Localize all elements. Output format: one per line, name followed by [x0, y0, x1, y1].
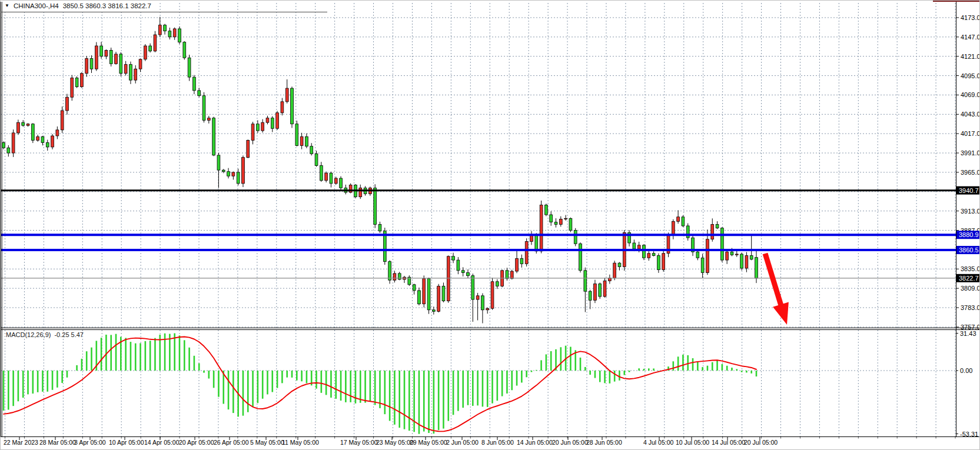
candle-body-bull [154, 35, 157, 51]
candle-body-bull [603, 281, 606, 296]
candle-body-bear [452, 256, 455, 260]
candle-body-bull [559, 219, 562, 225]
price-tick-label: 3835.0 [961, 265, 980, 272]
price-tick-label: 3809.0 [961, 285, 980, 292]
candle-body-bear [310, 146, 313, 154]
candle-body-bear [481, 296, 484, 310]
candle-body-bear [682, 217, 685, 226]
time-tick-label: 3 Apr 05:00 [74, 439, 106, 446]
candle-body-bear [198, 91, 201, 96]
candle-body-bear [295, 124, 298, 146]
top-edge-strip [933, 1, 979, 2]
time-tick-label: 4 Jul 05:00 [643, 439, 674, 446]
candle-body-bear [41, 136, 44, 142]
candle-body-bull [393, 274, 396, 280]
price-tick-label: 3913.0 [961, 208, 980, 215]
chart-title: ▼ CHINA300-,H4 3850.5 3860.3 3816.1 3822… [4, 2, 155, 10]
candle-body-bear [696, 252, 699, 258]
candle-body-bear [574, 231, 577, 244]
candle-body-bull [300, 136, 303, 145]
time-tick-label: 14 Apr 05:00 [144, 439, 180, 446]
price-tick-label: 4069.0 [961, 91, 980, 98]
candle-body-bear [222, 170, 225, 172]
candle-body-bear [388, 262, 391, 281]
time-tick-label: 10 Jul 05:00 [676, 439, 709, 446]
macd-indicator-label: MACD(12,26,9) -0.25 5.47 [6, 331, 84, 338]
candle-body-bull [124, 65, 127, 74]
candle-body-bull [672, 221, 675, 235]
time-tick-label: 14 Jun 05:00 [517, 439, 553, 446]
symbol-dropdown-icon[interactable]: ▼ [5, 4, 9, 8]
candle-body-bull [261, 122, 264, 131]
candle-body-bull [134, 69, 137, 80]
candle-body-bull [516, 259, 519, 271]
time-tick-label: 28 Mar 05:00 [39, 439, 76, 446]
candle-body-bear [149, 46, 152, 51]
candle-body-bull [677, 217, 680, 222]
candle-body-bear [589, 291, 592, 300]
candle-body-bull [144, 46, 147, 59]
candle-body-bull [285, 88, 288, 102]
candle-body-bull [95, 46, 98, 69]
candle-body-bear [7, 148, 10, 153]
candle-body-bear [432, 310, 435, 312]
candle-body-bear [315, 154, 318, 165]
candle-body-bear [212, 118, 215, 155]
macd-tick-label: 31.43 [960, 330, 976, 337]
candle-body-bear [701, 258, 704, 272]
candle-body-bear [193, 77, 196, 91]
candle-body-bull [334, 178, 337, 184]
candle-body-bear [716, 224, 719, 228]
price-tick-label: 3991.0 [961, 149, 980, 156]
candle-body-bull [85, 58, 88, 73]
price-badge-label: 3880.9 [959, 231, 979, 238]
trading-chart-window: 4173.04147.04121.04095.04069.04043.04017… [0, 0, 980, 450]
price-badge-label: 3940.7 [959, 187, 979, 194]
candle-body-bear [320, 166, 323, 181]
macd-tick-label: -53.31 [960, 431, 978, 438]
candle-body-bear [652, 254, 655, 256]
time-tick-label: 28 Jun 05:00 [586, 439, 622, 446]
candle-body-bull [706, 239, 709, 273]
time-tick-label: 5 May 05:00 [250, 439, 284, 446]
symbol-timeframe-label: CHINA300-,H4 [14, 2, 59, 9]
candle-body-bull [423, 279, 426, 304]
candle-body-bear [183, 42, 186, 58]
candle-body-bear [129, 65, 132, 81]
candle-body-bull [247, 141, 250, 158]
time-tick-label: 20 Jun 05:00 [552, 439, 588, 446]
candle-body-bear [413, 285, 416, 291]
time-tick-label: 10 Apr 05:00 [109, 439, 144, 446]
candle-body-bull [540, 205, 543, 251]
candle-body-bear [109, 51, 112, 64]
candle-body-bull [61, 111, 64, 130]
candle-body-bear [633, 243, 636, 249]
candle-body-bull [594, 284, 597, 301]
candle-body-bear [520, 259, 523, 264]
time-tick-label: 20 Apr 05:00 [179, 439, 214, 446]
candle-body-bull [564, 218, 567, 219]
candle-body-bull [281, 102, 284, 113]
chart-canvas: 4173.04147.04121.04095.04069.04043.04017… [1, 1, 980, 450]
time-tick-label: 26 Apr 05:00 [214, 439, 249, 446]
candle-body-bull [486, 308, 489, 310]
candle-body-bull [105, 51, 108, 56]
candle-body-bear [457, 260, 460, 271]
candle-body-bear [75, 78, 78, 86]
price-tick-label: 4043.0 [961, 111, 980, 118]
candle-body-bear [164, 25, 167, 31]
candle-body-bull [349, 185, 352, 192]
candle-body-bear [755, 258, 758, 278]
candle-body-bull [437, 286, 440, 311]
time-tick-label: 11 May 05:00 [282, 439, 319, 446]
candle-body-bull [447, 256, 450, 301]
candle-body-bear [750, 256, 753, 259]
candle-body-bear [442, 286, 445, 301]
candle-body-bear [227, 172, 230, 176]
candle-body-bear [46, 142, 49, 147]
price-badge-label: 3860.5 [959, 246, 979, 254]
candle-body-bull [276, 113, 279, 129]
candle-body-bear [119, 54, 122, 74]
candle-body-bear [506, 271, 509, 279]
candle-body-bull [711, 224, 714, 239]
